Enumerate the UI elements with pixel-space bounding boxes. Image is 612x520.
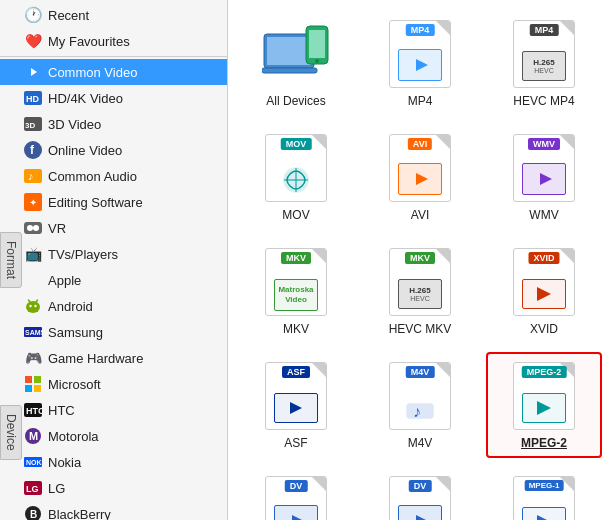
vr-icon	[24, 219, 42, 237]
format-item-hevc-mp4[interactable]: MP4 H.265 HEVC HEVC MP4	[486, 10, 602, 116]
common-audio-icon: ♪	[24, 167, 42, 185]
format-item-xvid[interactable]: XVID XVID	[486, 238, 602, 344]
content-area: All Devices MP4 MP4 MP4 H.265 HEVC HEVC …	[228, 0, 612, 520]
svg-marker-43	[416, 59, 428, 71]
format-item-m4v[interactable]: M4V ♪ M4V	[362, 352, 478, 458]
sidebar-item-nokia[interactable]: NOKIANokia	[0, 449, 227, 475]
asf-icon: ASF	[260, 360, 332, 432]
mpeg2-label: MPEG-2	[521, 436, 567, 450]
format-item-mov[interactable]: MOV MOV	[238, 124, 354, 230]
sidebar-item-3d-video[interactable]: 3D3D Video	[0, 111, 227, 137]
svg-marker-47	[416, 173, 428, 185]
game-hardware-icon: 🎮	[24, 349, 42, 367]
xvid-icon: XVID	[508, 246, 580, 318]
microsoft-icon	[24, 375, 42, 393]
sidebar-item-label-htc: HTC	[48, 403, 75, 418]
lg-icon: LG	[24, 479, 42, 497]
sidebar-item-common-audio[interactable]: ♪Common Audio	[0, 163, 227, 189]
format-item-mpeg2[interactable]: MPEG-2 MPEG-2	[486, 352, 602, 458]
svg-text:M: M	[29, 430, 38, 442]
device-tab[interactable]: Device	[0, 405, 22, 460]
format-grid: All Devices MP4 MP4 MP4 H.265 HEVC HEVC …	[228, 0, 612, 520]
svg-point-17	[29, 305, 31, 307]
format-item-dv-ntsc[interactable]: DV DV-NTSC	[238, 466, 354, 520]
sidebar-item-label-motorola: Motorola	[48, 429, 99, 444]
all-devices-icon	[260, 18, 332, 90]
svg-text:B: B	[30, 509, 37, 520]
sidebar: Format 🕐Recent❤️My FavouritesCommon Vide…	[0, 0, 228, 520]
asf-label: ASF	[284, 436, 307, 450]
format-item-mkv[interactable]: MKV MatroskaVideo MKV	[238, 238, 354, 344]
svg-rect-39	[262, 68, 317, 73]
svg-rect-23	[25, 376, 32, 383]
svg-text:♪: ♪	[28, 170, 34, 182]
mp4-icon: MP4	[384, 18, 456, 90]
sidebar-item-label-samsung: Samsung	[48, 325, 103, 340]
svg-marker-50	[290, 402, 302, 414]
svg-rect-26	[34, 385, 41, 392]
favourites-icon: ❤️	[24, 32, 42, 50]
sidebar-item-label-android: Android	[48, 299, 93, 314]
sidebar-item-android[interactable]: Android	[0, 293, 227, 319]
svg-text:SAMSUNG: SAMSUNG	[25, 329, 42, 336]
format-item-hevc-mkv[interactable]: MKV H.265 HEVC HEVC MKV	[362, 238, 478, 344]
sidebar-item-motorola[interactable]: MMotorola	[0, 423, 227, 449]
motorola-icon: M	[24, 427, 42, 445]
svg-text:✦: ✦	[29, 197, 37, 208]
format-item-asf[interactable]: ASF ASF	[238, 352, 354, 458]
format-item-mpeg1[interactable]: MPEG-1 MPEG-1	[486, 466, 602, 520]
all-devices-label: All Devices	[266, 94, 325, 108]
svg-marker-54	[292, 515, 304, 520]
svg-marker-55	[416, 515, 428, 520]
format-item-avi[interactable]: AVI AVI	[362, 124, 478, 230]
sidebar-item-hd-video[interactable]: HDHD/4K Video	[0, 85, 227, 111]
sidebar-items: 🕐Recent❤️My FavouritesCommon VideoHDHD/4…	[0, 0, 227, 520]
sidebar-item-common-video[interactable]: Common Video	[0, 59, 227, 85]
wmv-label: WMV	[529, 208, 558, 222]
svg-point-18	[34, 305, 36, 307]
wmv-icon: WMV	[508, 132, 580, 204]
dv-ntsc-icon: DV	[260, 474, 332, 520]
sidebar-item-blackberry[interactable]: BBlackBerry	[0, 501, 227, 520]
svg-rect-24	[34, 376, 41, 383]
nokia-icon: NOKIA	[24, 453, 42, 471]
format-item-all-devices[interactable]: All Devices	[238, 10, 354, 116]
sidebar-item-label-game-hardware: Game Hardware	[48, 351, 143, 366]
sidebar-item-label-apple: Apple	[48, 273, 81, 288]
sidebar-item-editing-software[interactable]: ✦Editing Software	[0, 189, 227, 215]
sidebar-item-online-video[interactable]: fOnline Video	[0, 137, 227, 163]
sidebar-item-microsoft[interactable]: Microsoft	[0, 371, 227, 397]
format-item-wmv[interactable]: WMV WMV	[486, 124, 602, 230]
sidebar-item-label-blackberry: BlackBerry	[48, 507, 111, 521]
xvid-label: XVID	[530, 322, 558, 336]
tvs-players-icon: 📺	[24, 245, 42, 263]
format-item-mp4[interactable]: MP4 MP4	[362, 10, 478, 116]
svg-rect-41	[309, 30, 325, 58]
sidebar-item-game-hardware[interactable]: 🎮Game Hardware	[0, 345, 227, 371]
sidebar-item-lg[interactable]: LGLG	[0, 475, 227, 501]
mkv-icon: MKV MatroskaVideo	[260, 246, 332, 318]
svg-text:♪: ♪	[413, 403, 421, 420]
svg-marker-49	[537, 287, 551, 301]
hevc-mkv-label: HEVC MKV	[389, 322, 452, 336]
sidebar-item-htc[interactable]: HTCHTC	[0, 397, 227, 423]
svg-rect-16	[28, 306, 38, 312]
android-icon	[24, 297, 42, 315]
blackberry-icon: B	[24, 505, 42, 520]
sidebar-item-label-vr: VR	[48, 221, 66, 236]
sidebar-item-recent[interactable]: 🕐Recent	[0, 2, 227, 28]
sidebar-item-apple[interactable]: Apple	[0, 267, 227, 293]
sidebar-item-label-common-video: Common Video	[48, 65, 137, 80]
sidebar-item-favourites[interactable]: ❤️My Favourites	[0, 28, 227, 54]
sidebar-item-samsung[interactable]: SAMSUNGSamsung	[0, 319, 227, 345]
svg-text:HTC: HTC	[26, 406, 42, 416]
sidebar-item-label-lg: LG	[48, 481, 65, 496]
sidebar-item-vr[interactable]: VR	[0, 215, 227, 241]
sidebar-item-label-common-audio: Common Audio	[48, 169, 137, 184]
format-tab[interactable]: Format	[0, 232, 22, 288]
sidebar-item-tvs-players[interactable]: 📺TVs/Players	[0, 241, 227, 267]
svg-point-14	[33, 225, 39, 231]
format-item-dv-pal[interactable]: DV DV-PAL	[362, 466, 478, 520]
sidebar-item-label-3d-video: 3D Video	[48, 117, 101, 132]
svg-rect-25	[25, 385, 32, 392]
